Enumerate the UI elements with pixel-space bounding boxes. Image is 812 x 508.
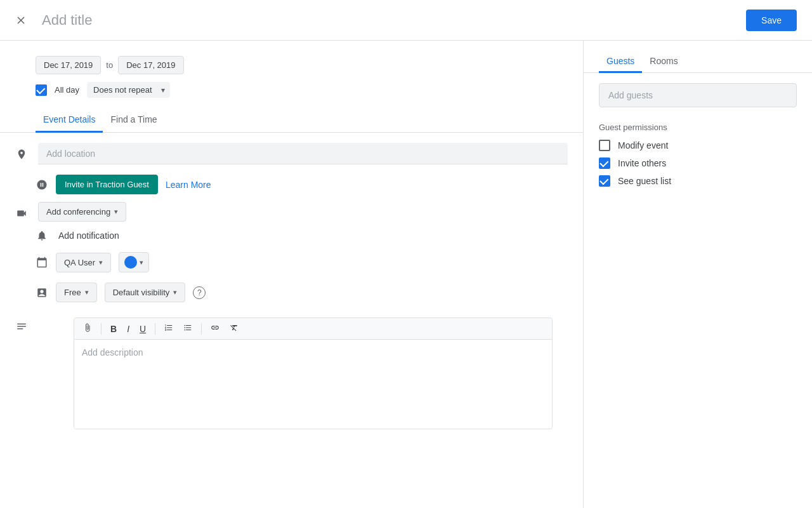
conferencing-icon: [15, 207, 28, 220]
header: Save: [0, 0, 812, 41]
allday-label: All day: [55, 85, 79, 95]
tabs-row: Event Details Find a Time: [0, 108, 583, 133]
help-icon[interactable]: ?: [193, 286, 206, 299]
date-row: Dec 17, 2019 to Dec 17, 2019: [0, 51, 583, 79]
status-icon: [36, 286, 48, 299]
allday-row: All day Does not repeat: [0, 79, 583, 100]
status-row: Free ▾ Default visibility ▾ ?: [0, 277, 583, 307]
toolbar-divider-1: [101, 323, 102, 335]
modify-event-checkbox[interactable]: [599, 140, 610, 151]
body: Dec 17, 2019 to Dec 17, 2019 All day Doe…: [0, 41, 812, 508]
permission-row-see-guest-list: See guest list: [599, 175, 797, 187]
permissions-title: Guest permissions: [599, 123, 797, 132]
conferencing-chevron-icon: ▾: [114, 208, 118, 216]
traction-row: Invite in Traction Guest Learn More: [0, 170, 583, 199]
free-status-button[interactable]: Free ▾: [56, 283, 97, 302]
visibility-label: Default visibility: [113, 288, 170, 297]
description-icon: [15, 320, 28, 333]
close-button[interactable]: [10, 10, 32, 31]
free-label: Free: [64, 288, 81, 297]
conferencing-label: Add conferencing: [46, 207, 110, 217]
location-row: [0, 138, 583, 170]
see-guest-list-label: See guest list: [618, 176, 671, 186]
location-input[interactable]: [38, 143, 568, 164]
ordered-list-button[interactable]: [160, 321, 177, 337]
repeat-wrapper: Does not repeat: [87, 82, 170, 98]
tab-event-details[interactable]: Event Details: [36, 108, 103, 133]
visibility-button[interactable]: Default visibility ▾: [105, 283, 186, 302]
save-button[interactable]: Save: [746, 10, 797, 31]
calendar-color-button[interactable]: ▾: [119, 252, 149, 272]
permissions-section: Guest permissions Modify event Invite ot…: [584, 115, 812, 201]
title-input[interactable]: [37, 10, 746, 31]
conferencing-button[interactable]: Add conferencing ▾: [38, 202, 126, 222]
left-panel: Dec 17, 2019 to Dec 17, 2019 All day Doe…: [0, 41, 584, 508]
calendar-user-chevron-icon: ▾: [99, 258, 103, 267]
date-to-label: to: [106, 60, 113, 70]
notification-icon: [36, 229, 48, 242]
end-date-button[interactable]: Dec 17, 2019: [118, 56, 183, 74]
link-button[interactable]: [207, 321, 223, 337]
notification-label[interactable]: Add notification: [58, 231, 119, 241]
italic-button[interactable]: I: [123, 321, 133, 337]
description-editor-body[interactable]: Add description: [74, 340, 552, 429]
bold-button[interactable]: B: [107, 321, 121, 337]
attach-button[interactable]: [79, 321, 96, 337]
description-content: B I U: [38, 312, 568, 434]
tab-find-a-time[interactable]: Find a Time: [103, 108, 164, 133]
permission-row-modify-event: Modify event: [599, 140, 797, 151]
tab-rooms[interactable]: Rooms: [642, 51, 685, 73]
toolbar-divider-3: [201, 323, 202, 335]
location-content: [38, 143, 568, 164]
allday-checkbox[interactable]: [36, 84, 47, 96]
calendar-row: QA User ▾ ▾: [0, 247, 583, 277]
notification-row: Add notification: [0, 224, 583, 247]
color-chevron-icon: ▾: [140, 258, 143, 267]
visibility-chevron-icon: ▾: [173, 288, 177, 297]
toolbar-divider-2: [155, 323, 155, 335]
underline-button[interactable]: U: [136, 321, 150, 337]
description-row: B I U: [0, 307, 583, 439]
invite-others-label: Invite others: [618, 158, 666, 168]
start-date-button[interactable]: Dec 17, 2019: [36, 56, 101, 74]
learn-more-link[interactable]: Learn More: [166, 180, 211, 190]
conferencing-row: Add conferencing ▾: [0, 199, 583, 224]
color-circle: [124, 256, 137, 269]
editor-toolbar: B I U: [74, 318, 552, 340]
traction-icon: [36, 178, 48, 191]
calendar-icon: [36, 256, 48, 269]
add-guests-input[interactable]: [599, 83, 797, 107]
modify-event-label: Modify event: [618, 140, 668, 150]
remove-format-button[interactable]: [226, 321, 242, 337]
invite-others-checkbox[interactable]: [599, 157, 610, 169]
repeat-select[interactable]: Does not repeat: [87, 82, 170, 98]
location-icon: [15, 148, 28, 161]
calendar-user-button[interactable]: QA User ▾: [56, 253, 111, 272]
see-guest-list-checkbox[interactable]: [599, 175, 610, 187]
calendar-user-label: QA User: [64, 258, 95, 267]
description-editor-container: B I U: [74, 318, 553, 429]
unordered-list-button[interactable]: [180, 321, 196, 337]
conferencing-content: Add conferencing ▾: [38, 202, 568, 222]
right-panel: Guests Rooms Guest permissions Modify ev…: [584, 41, 812, 508]
tab-guests[interactable]: Guests: [599, 51, 642, 73]
permission-row-invite-others: Invite others: [599, 157, 797, 169]
free-chevron-icon: ▾: [85, 288, 89, 297]
guest-tabs: Guests Rooms: [584, 51, 812, 73]
traction-guest-button[interactable]: Invite in Traction Guest: [56, 175, 158, 194]
